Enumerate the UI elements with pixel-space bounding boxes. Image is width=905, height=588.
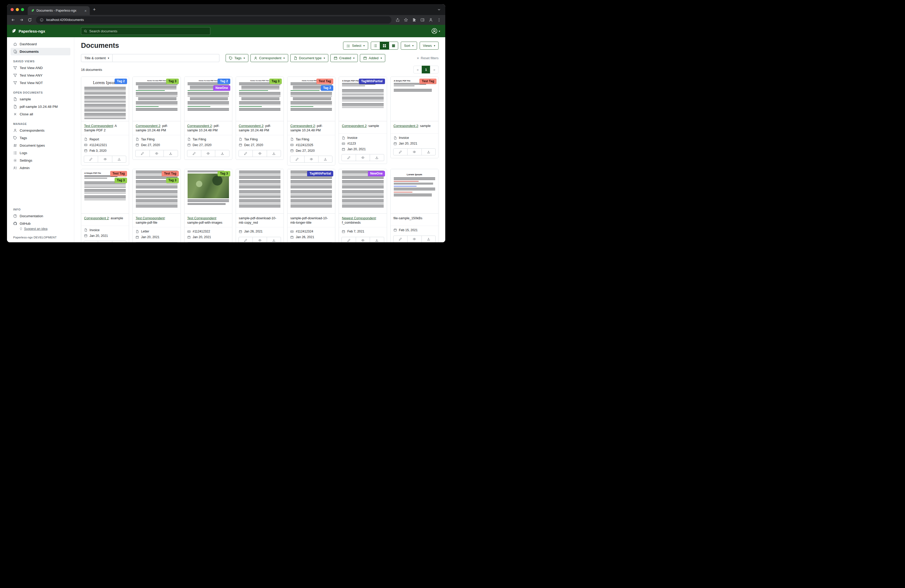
view-document-button[interactable] — [252, 237, 267, 242]
sidebar-item-admin[interactable]: Admin — [11, 164, 70, 172]
created-filter-button[interactable]: Created ▾ — [330, 54, 358, 62]
minimize-window-button[interactable] — [16, 8, 19, 11]
tag-badge[interactable]: Tag 2 — [114, 79, 127, 84]
close-all-button[interactable]: Close all — [11, 110, 70, 118]
download-document-button[interactable] — [215, 150, 229, 157]
views-button[interactable]: Views ▾ — [420, 42, 438, 50]
close-window-button[interactable] — [11, 8, 14, 11]
sidebar-item-tags[interactable]: Tags — [11, 134, 70, 142]
tag-badge[interactable]: TagWithPartial — [359, 79, 385, 84]
document-thumbnail[interactable]: Adobe Acrobat PDF Files Test TagTag 2 — [287, 77, 335, 121]
correspondent-filter-button[interactable]: Correspondent ▾ — [251, 54, 288, 62]
document-thumbnail[interactable] — [236, 169, 284, 214]
side-panel-button[interactable] — [419, 16, 426, 24]
tag-badge[interactable]: Tag 3 — [114, 178, 127, 183]
tab-close-icon[interactable]: × — [84, 8, 87, 13]
view-document-button[interactable] — [304, 156, 319, 163]
sidebar-item-documentation[interactable]: Documentation — [11, 212, 70, 220]
document-thumbnail[interactable]: Test TagTag 3 — [133, 169, 180, 214]
new-tab-button[interactable]: + — [93, 7, 96, 13]
tag-badge[interactable]: Test Tag — [162, 171, 179, 176]
tag-badge[interactable]: Test Tag — [110, 171, 127, 176]
edit-document-button[interactable] — [393, 148, 408, 155]
extensions-button[interactable] — [411, 16, 418, 24]
document-thumbnail[interactable]: Tag 3 — [184, 169, 232, 214]
sidebar-item-saved-view-any[interactable]: Test View ANY — [11, 71, 70, 79]
correspondent-link[interactable]: Correspondent 2 — [136, 124, 160, 128]
view-document-button[interactable] — [149, 150, 164, 157]
document-thumbnail[interactable]: A Simple PDF File Test TagTag 3 — [81, 169, 129, 214]
bookmark-star-button[interactable] — [402, 16, 410, 24]
view-document-button[interactable] — [252, 150, 267, 157]
document-thumbnail[interactable]: Lorem ipsum — [391, 169, 438, 214]
tag-badge[interactable]: NewOne — [368, 171, 385, 176]
sidebar-item-dashboard[interactable]: Dashboard — [11, 40, 70, 48]
sort-button[interactable]: Sort ▾ — [401, 42, 417, 50]
sidebar-item-document-types[interactable]: Document types — [11, 142, 70, 149]
tag-badge[interactable]: Tag 3 — [269, 79, 282, 84]
tag-badge[interactable]: Tag 2 — [218, 79, 230, 84]
document-thumbnail[interactable]: TagWithPartial — [287, 169, 335, 214]
correspondent-link[interactable]: Test Correspondent — [187, 216, 216, 220]
title-content-dropdown[interactable]: Title & content ▾ — [81, 54, 113, 62]
sidebar-item-saved-view-not[interactable]: Test View NOT — [11, 79, 70, 87]
sidebar-item-saved-view-and[interactable]: Test View AND — [11, 64, 70, 71]
edit-document-button[interactable] — [238, 237, 253, 242]
edit-document-button[interactable] — [135, 150, 149, 157]
filter-text-input[interactable] — [113, 54, 219, 62]
browser-menu-button[interactable] — [435, 16, 443, 24]
browser-tab[interactable]: Documents - Paperless-ngx × — [28, 6, 90, 15]
select-button[interactable]: Select ▾ — [343, 42, 368, 50]
edit-document-button[interactable] — [187, 150, 201, 157]
document-thumbnail[interactable]: NewOne — [339, 169, 387, 214]
download-document-button[interactable] — [370, 237, 384, 242]
sidebar-item-open-doc-pdf-sample[interactable]: pdf-sample 10.24.48 PM — [11, 103, 70, 110]
correspondent-link[interactable]: Correspondent 2 — [187, 124, 212, 128]
download-document-button[interactable] — [267, 237, 281, 242]
edit-document-button[interactable] — [341, 154, 356, 161]
search-input[interactable] — [89, 29, 208, 33]
document-thumbnail[interactable]: Lorem Ipsum Tag 2 — [81, 77, 129, 121]
suggest-idea-link[interactable]: Suggest an idea — [19, 227, 48, 231]
reload-button[interactable] — [26, 16, 33, 24]
tag-badge[interactable]: Tag 3 — [166, 79, 178, 84]
download-document-button[interactable] — [112, 241, 126, 242]
correspondent-link[interactable]: Correspondent 2 — [394, 124, 418, 128]
correspondent-link[interactable]: Correspondent 2 — [84, 216, 109, 220]
tag-badge[interactable]: Test Tag — [419, 79, 437, 84]
reset-filters-button[interactable]: × Reset filters — [417, 56, 438, 60]
view-document-button[interactable] — [98, 156, 112, 163]
document-type-filter-button[interactable]: Document type ▾ — [290, 54, 328, 62]
added-filter-button[interactable]: Added ▾ — [360, 54, 385, 62]
global-search[interactable] — [81, 27, 210, 35]
download-document-button[interactable] — [164, 150, 178, 157]
pagination-next-button[interactable]: » — [430, 66, 438, 73]
correspondent-link[interactable]: Correspondent 2 — [342, 124, 366, 128]
view-document-button[interactable] — [356, 237, 370, 242]
sidebar-item-github[interactable]: GitHub — [11, 220, 70, 227]
tag-badge[interactable]: TagWithPartial — [307, 171, 333, 176]
pagination-page-1-button[interactable]: 1 — [422, 66, 430, 73]
edit-document-button[interactable] — [341, 237, 356, 242]
view-document-button[interactable] — [407, 148, 421, 155]
edit-document-button[interactable] — [393, 236, 408, 242]
correspondent-link[interactable]: Test Correspondent — [84, 124, 113, 128]
download-document-button[interactable] — [112, 156, 126, 163]
correspondent-link[interactable]: Correspondent 2 — [290, 124, 315, 128]
view-document-button[interactable] — [356, 154, 370, 161]
edit-document-button[interactable] — [290, 156, 304, 163]
back-button[interactable] — [10, 16, 17, 24]
address-bar[interactable]: localhost:4200/documents — [36, 16, 391, 24]
user-menu-button[interactable]: ▾ — [431, 28, 440, 34]
sidebar-item-documents[interactable]: Documents — [11, 48, 70, 55]
document-thumbnail[interactable]: Adobe Acrobat PDF Files Tag 3 — [133, 77, 180, 121]
view-document-button[interactable] — [201, 150, 215, 157]
share-button[interactable] — [394, 16, 401, 24]
edit-document-button[interactable] — [84, 156, 98, 163]
list-view-button[interactable] — [371, 42, 380, 50]
tags-filter-button[interactable]: Tags ▾ — [225, 54, 248, 62]
download-document-button[interactable] — [421, 148, 436, 155]
view-document-button[interactable] — [407, 236, 421, 242]
edit-document-button[interactable] — [84, 241, 98, 242]
download-document-button[interactable] — [318, 156, 332, 163]
